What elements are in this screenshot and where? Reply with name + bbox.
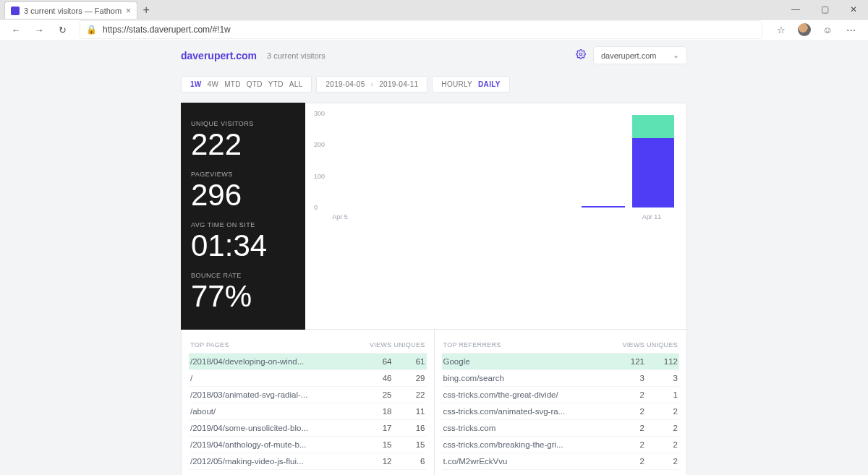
row-name: Google: [443, 357, 612, 366]
top-pages-row[interactable]: /4629: [189, 369, 427, 386]
row-views: 15: [359, 440, 392, 449]
top-referrers-row[interactable]: t.co/M2wrEckVvu22: [442, 453, 680, 469]
unique-visitors-value: 222: [191, 129, 295, 161]
bounce-rate-value: 77%: [191, 281, 295, 312]
address-bar[interactable]: 🔒 https://stats.daverupert.com/#!1w: [80, 20, 762, 39]
top-pages-row[interactable]: /2018/04/developing-on-wind...6461: [189, 353, 427, 369]
row-views: 121: [611, 357, 644, 366]
close-window-button[interactable]: ✕: [839, 0, 868, 19]
row-uniques: 2: [644, 407, 678, 416]
top-pages-row[interactable]: /2019/04/some-unsolicited-blo...1716: [189, 419, 427, 436]
y-tick: 0: [314, 204, 318, 211]
current-visitors: 3 current visitors: [267, 51, 326, 60]
row-uniques: 1: [644, 390, 678, 399]
row-uniques: 61: [392, 357, 425, 366]
row-uniques: 3: [644, 374, 678, 382]
row-uniques: 16: [392, 424, 425, 432]
granularity-hourly[interactable]: HOURLY: [438, 80, 475, 89]
date-to: 2019-04-11: [376, 80, 421, 89]
range-4w[interactable]: 4W: [205, 80, 222, 89]
pageviews-label: PAGEVIEWS: [191, 171, 295, 178]
browser-tab[interactable]: 3 current visitors — Fathom ×: [4, 1, 137, 19]
top-pages-row[interactable]: /2019/04/anthology-of-mute-b...1515: [189, 436, 427, 453]
row-views: 46: [359, 374, 392, 382]
range-ytd[interactable]: YTD: [265, 80, 286, 89]
avg-time-label: AVG TIME ON SITE: [191, 221, 295, 228]
row-name: /2018/03/animated-svg-radial-...: [190, 390, 359, 399]
tab-row: 3 current visitors — Fathom × + — ▢ ✕: [0, 0, 868, 19]
new-tab-button[interactable]: +: [137, 1, 155, 19]
forward-button[interactable]: →: [29, 20, 49, 40]
top-referrers-row[interactable]: duckduckgo.com22: [442, 469, 680, 475]
address-row: ← → ↻ 🔒 https://stats.daverupert.com/#!1…: [0, 19, 868, 40]
top-referrers-row[interactable]: css-tricks.com22: [442, 419, 680, 436]
profile-avatar[interactable]: [796, 21, 813, 38]
top-referrers-row[interactable]: css-tricks.com/the-great-divide/21: [442, 386, 680, 403]
more-icon[interactable]: ⋯: [842, 21, 859, 38]
chart-panel: 0100200300Apr 5Apr 11: [305, 103, 687, 330]
granularity-daily[interactable]: DAILY: [475, 80, 503, 89]
row-views: 25: [359, 390, 392, 399]
row-name: css-tricks.com: [443, 424, 612, 432]
maximize-button[interactable]: ▢: [810, 0, 839, 19]
top-referrers-row[interactable]: css-tricks.com/breaking-the-gri...22: [442, 436, 680, 453]
row-views: 3: [611, 374, 644, 382]
range-picker: 1W 4W MTD QTD YTD ALL: [181, 76, 312, 93]
chart-bar: [582, 206, 625, 207]
range-all[interactable]: ALL: [286, 80, 306, 89]
row-uniques: 22: [392, 390, 425, 399]
row-name: bing.com/search: [443, 374, 612, 382]
favorite-icon[interactable]: ☆: [773, 21, 790, 38]
x-tick: Apr 5: [332, 213, 348, 221]
top-referrers-row[interactable]: css-tricks.com/animated-svg-ra...22: [442, 403, 680, 419]
dashboard-row: UNIQUE VISITORS 222 PAGEVIEWS 296 AVG TI…: [181, 103, 687, 330]
page-content: daverupert.com 3 current visitors daveru…: [0, 33, 868, 475]
range-qtd[interactable]: QTD: [244, 80, 265, 89]
top-referrers-row[interactable]: Google121112: [442, 353, 680, 369]
top-pages-table: TOP PAGES VIEWS UNIQUES /2018/04/develop…: [182, 330, 435, 475]
row-name: /about/: [190, 407, 359, 416]
row-views: 64: [359, 357, 392, 366]
refresh-button[interactable]: ↻: [52, 20, 72, 40]
row-views: 2: [611, 390, 644, 399]
top-pages-row[interactable]: /2012/05/making-video-js-flui...126: [189, 453, 427, 469]
row-name: /: [190, 374, 359, 382]
row-uniques: 15: [392, 440, 425, 449]
chart-bar: [632, 115, 674, 207]
row-name: css-tricks.com/animated-svg-ra...: [443, 407, 612, 416]
svg-point-0: [579, 53, 582, 56]
row-name: /2019/04/some-unsolicited-blo...: [190, 424, 359, 432]
row-views: 17: [359, 424, 392, 432]
row-name: /2012/05/making-video-js-flui...: [190, 457, 359, 466]
range-mtd[interactable]: MTD: [221, 80, 244, 89]
date-from: 2019-04-05: [323, 80, 367, 89]
x-tick: Apr 11: [642, 213, 662, 221]
close-tab-icon[interactable]: ×: [126, 6, 131, 16]
row-views: 2: [611, 424, 644, 432]
unique-visitors-label: UNIQUE VISITORS: [191, 120, 295, 127]
site-selector[interactable]: daverupert.com ⌄: [593, 46, 687, 64]
bounce-rate-label: BOUNCE RATE: [191, 272, 295, 279]
top-referrers-row[interactable]: bing.com/search33: [442, 369, 680, 386]
top-pages-row[interactable]: /2018/03/animated-svg-radial-...2522: [189, 386, 427, 403]
browser-chrome: 3 current visitors — Fathom × + — ▢ ✕ ← …: [0, 0, 868, 33]
top-pages-row[interactable]: /2017/03/my-bash-on-window...109: [189, 469, 427, 475]
row-views: 18: [359, 407, 392, 416]
site-title[interactable]: daverupert.com: [181, 50, 257, 61]
feedback-icon[interactable]: ☺: [819, 21, 836, 38]
top-pages-row[interactable]: /about/1811: [189, 403, 427, 419]
top-referrers-heading: TOP REFERRERS: [443, 341, 612, 348]
date-range[interactable]: 2019-04-05 › 2019-04-11: [316, 76, 427, 93]
row-views: 2: [611, 440, 644, 449]
row-uniques: 2: [644, 440, 678, 449]
row-uniques: 2: [644, 424, 678, 432]
url-text: https://stats.daverupert.com/#!1w: [103, 25, 231, 35]
back-button[interactable]: ←: [6, 20, 26, 40]
range-1w[interactable]: 1W: [187, 80, 205, 89]
row-uniques: 6: [392, 457, 425, 466]
page-header: daverupert.com 3 current visitors daveru…: [181, 46, 687, 64]
visits-chart: 0100200300Apr 5Apr 11: [314, 114, 678, 221]
settings-icon[interactable]: [576, 49, 586, 61]
minimize-button[interactable]: —: [781, 0, 810, 19]
row-name: css-tricks.com/breaking-the-gri...: [443, 440, 612, 449]
